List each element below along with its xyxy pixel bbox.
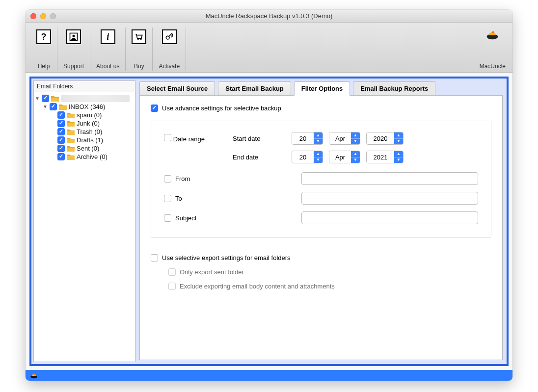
folder-icon xyxy=(67,154,75,160)
from-input[interactable] xyxy=(301,172,478,185)
chevron-up-icon[interactable]: ▲ xyxy=(351,151,360,157)
titlebar: MacUncle Rackspace Backup v1.0.3 (Demo) xyxy=(26,10,512,23)
chevron-down-icon[interactable]: ▼ xyxy=(314,139,323,145)
tab-backup-reports[interactable]: Email Backup Reports xyxy=(353,81,435,96)
root-account-label xyxy=(61,95,130,102)
start-year-stepper[interactable]: ▲▼ xyxy=(366,132,404,145)
chevron-down-icon[interactable]: ▼ xyxy=(394,139,403,145)
tab-filter-options[interactable]: Filter Options xyxy=(294,81,350,96)
end-year-input[interactable] xyxy=(367,151,394,163)
advance-settings-checkbox[interactable] xyxy=(151,105,158,112)
only-sent-checkbox[interactable] xyxy=(168,268,176,276)
brand-icon xyxy=(485,28,500,40)
chevron-down-icon[interactable]: ▼ xyxy=(35,96,40,101)
tree-inbox[interactable]: ▼ INBOX (346) xyxy=(35,103,133,111)
chevron-down-icon[interactable]: ▼ xyxy=(351,139,360,145)
tab-select-source[interactable]: Select Email Source xyxy=(139,81,215,96)
to-label: To xyxy=(175,195,182,202)
folder-label: Drafts (1) xyxy=(77,136,103,144)
folder-icon xyxy=(67,112,75,118)
to-input[interactable] xyxy=(301,192,478,205)
chevron-up-icon[interactable]: ▲ xyxy=(394,132,403,139)
folder-checkbox[interactable] xyxy=(57,120,65,127)
folder-label: Junk (0) xyxy=(77,120,100,127)
to-row: To xyxy=(164,192,478,205)
tree-spam[interactable]: spam (0) xyxy=(35,111,133,119)
folder-checkbox[interactable] xyxy=(50,103,57,110)
chevron-up-icon[interactable]: ▲ xyxy=(314,151,323,157)
minimize-button[interactable] xyxy=(40,13,46,19)
toolbar-about[interactable]: i About us xyxy=(90,27,126,71)
folder-label: Trash (0) xyxy=(77,128,102,135)
brand-area: MacUncle xyxy=(480,28,506,70)
tree-root[interactable]: ▼ xyxy=(35,94,133,103)
start-month-stepper[interactable]: ▲▼ xyxy=(329,132,360,145)
toolbar: ? Help Support i About us Buy Activate xyxy=(26,23,512,73)
toolbar-support[interactable]: Support xyxy=(57,27,90,71)
subject-input[interactable] xyxy=(301,211,478,224)
folder-checkbox[interactable] xyxy=(57,153,65,160)
folder-label: Archive (0) xyxy=(77,153,108,160)
selective-export-checkbox[interactable] xyxy=(151,254,158,261)
end-year-stepper[interactable]: ▲▼ xyxy=(366,151,404,163)
chevron-down-icon[interactable]: ▼ xyxy=(314,157,323,163)
chevron-up-icon[interactable]: ▲ xyxy=(351,132,360,139)
root-checkbox[interactable] xyxy=(42,95,49,102)
tree-trash[interactable]: Trash (0) xyxy=(35,128,133,136)
from-checkbox[interactable] xyxy=(164,175,171,183)
tree-archive[interactable]: Archive (0) xyxy=(35,153,133,161)
subject-checkbox[interactable] xyxy=(164,214,171,222)
folder-icon xyxy=(67,137,75,143)
chevron-down-icon[interactable]: ▼ xyxy=(43,105,48,109)
tree-sent[interactable]: Sent (0) xyxy=(35,144,133,153)
end-day-stepper[interactable]: ▲▼ xyxy=(292,151,323,163)
chevron-down-icon[interactable]: ▼ xyxy=(394,157,403,163)
toolbar-buy[interactable]: Buy xyxy=(126,27,153,71)
zoom-button[interactable] xyxy=(50,13,56,19)
exclude-body-checkbox[interactable] xyxy=(168,283,176,290)
start-day-input[interactable] xyxy=(292,132,314,144)
only-sent-row: Only export sent folder xyxy=(168,268,491,276)
folder-tree: ▼ ▼ INBOX (346) spam (0) xyxy=(34,92,135,163)
close-button[interactable] xyxy=(30,13,36,19)
window-controls xyxy=(30,13,56,19)
brand-label: MacUncle xyxy=(480,63,506,70)
statusbar xyxy=(26,370,512,381)
toolbar-activate-label: Activate xyxy=(159,63,180,70)
folder-icon xyxy=(67,145,75,152)
end-month-input[interactable] xyxy=(329,151,351,163)
chevron-down-icon[interactable]: ▼ xyxy=(351,157,360,163)
start-day-stepper[interactable]: ▲▼ xyxy=(292,132,323,145)
svg-point-1 xyxy=(73,35,75,37)
tab-bar: Select Email Source Start Email Backup F… xyxy=(139,81,503,96)
toolbar-help[interactable]: ? Help xyxy=(30,27,57,71)
tab-content: Use advance settings for selective backu… xyxy=(139,95,503,360)
help-icon: ? xyxy=(36,29,51,44)
end-month-stepper[interactable]: ▲▼ xyxy=(329,151,360,163)
tree-drafts[interactable]: Drafts (1) xyxy=(35,136,133,144)
start-year-input[interactable] xyxy=(367,132,394,144)
toolbar-activate[interactable]: Activate xyxy=(153,27,186,71)
tree-junk[interactable]: Junk (0) xyxy=(35,119,133,128)
key-icon xyxy=(162,29,177,44)
end-day-input[interactable] xyxy=(292,151,314,163)
start-month-input[interactable] xyxy=(329,132,351,144)
tab-start-backup[interactable]: Start Email Backup xyxy=(218,81,291,96)
chevron-up-icon[interactable]: ▲ xyxy=(394,151,403,157)
svg-point-3 xyxy=(140,39,142,41)
from-row: From xyxy=(164,172,478,185)
filter-fieldset: Date range Start date ▲▼ ▲▼ ▲▼ End date xyxy=(151,121,491,237)
folder-checkbox[interactable] xyxy=(57,136,65,144)
chevron-up-icon[interactable]: ▲ xyxy=(314,132,323,139)
folder-label: INBOX (346) xyxy=(69,103,105,110)
folder-checkbox[interactable] xyxy=(57,145,65,152)
svg-point-2 xyxy=(137,39,139,41)
to-checkbox[interactable] xyxy=(164,195,171,202)
support-icon xyxy=(66,29,81,44)
date-range-checkbox[interactable] xyxy=(164,134,171,141)
folder-checkbox[interactable] xyxy=(57,111,65,119)
folder-label: Sent (0) xyxy=(77,145,99,152)
folder-checkbox[interactable] xyxy=(57,128,65,135)
toolbar-support-label: Support xyxy=(63,63,84,70)
end-date-label: End date xyxy=(233,154,282,161)
